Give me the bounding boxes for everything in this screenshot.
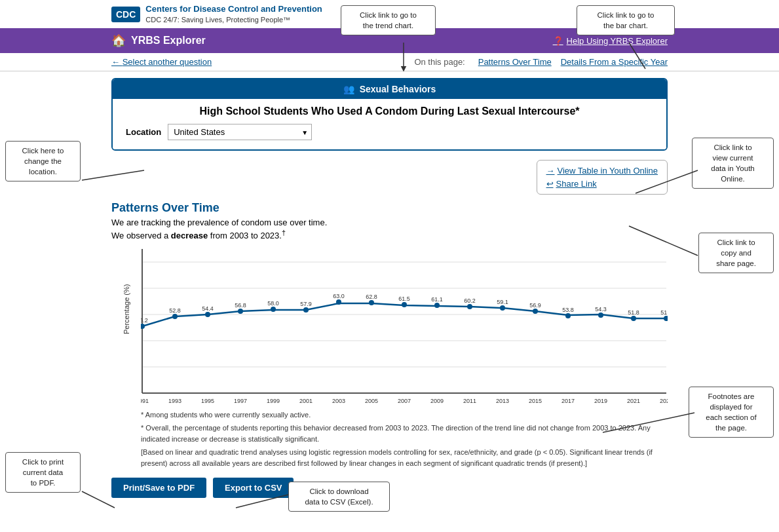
section-header: 👥 Sexual Behaviors <box>113 79 666 99</box>
data-point-2013 <box>500 305 505 311</box>
svg-text:2015: 2015 <box>529 398 542 404</box>
patterns-desc2: We observed a decrease from 2003 to 2023… <box>111 229 668 240</box>
svg-text:2007: 2007 <box>398 398 411 404</box>
line-chart: 100 80 60 40 20 0 46.2 <box>141 249 668 406</box>
svg-text:2023: 2023 <box>660 398 668 404</box>
svg-text:2009: 2009 <box>430 398 444 404</box>
footnote-3: [Based on linear and quadratic trend ana… <box>141 447 668 468</box>
svg-text:60.2: 60.2 <box>464 297 476 304</box>
section-body: High School Students Who Used A Condom D… <box>113 99 666 149</box>
svg-text:2001: 2001 <box>299 398 313 404</box>
data-point-2011 <box>467 304 472 309</box>
data-point-2009 <box>434 303 440 308</box>
svg-text:1999: 1999 <box>267 398 280 404</box>
svg-text:2013: 2013 <box>496 398 509 404</box>
details-year-link[interactable]: Details From a Specific Year <box>561 57 668 67</box>
svg-text:2021: 2021 <box>627 398 640 404</box>
data-point-2003 <box>336 299 341 305</box>
data-point-2021 <box>631 316 636 321</box>
location-select-wrapper[interactable]: United States <box>168 124 312 140</box>
annotation-bar-chart: Click link to go tothe bar chart. <box>577 5 675 35</box>
svg-text:54.3: 54.3 <box>595 306 607 313</box>
data-point-1997 <box>238 309 243 314</box>
svg-text:61.5: 61.5 <box>398 295 410 302</box>
action-links-box: View Table in Youth Online Share Link <box>537 160 668 195</box>
patterns-section: Patterns Over Time We are tracking the p… <box>111 201 668 240</box>
people-icon: 👥 <box>343 84 354 94</box>
footnote-1: * Among students who were currently sexu… <box>141 409 668 421</box>
share-link[interactable]: Share Link <box>546 179 658 189</box>
svg-text:56.8: 56.8 <box>235 302 246 309</box>
svg-text:46.2: 46.2 <box>141 317 148 324</box>
data-point-1993 <box>172 314 178 319</box>
svg-text:59.1: 59.1 <box>497 299 508 305</box>
svg-text:1995: 1995 <box>201 398 214 404</box>
page-nav: Select another question On this page: Pa… <box>0 53 779 71</box>
svg-text:1997: 1997 <box>234 398 247 404</box>
data-point-1991 <box>141 324 145 329</box>
svg-text:62.8: 62.8 <box>366 294 377 300</box>
data-point-2001 <box>303 307 309 313</box>
svg-text:61.1: 61.1 <box>431 296 443 303</box>
decrease-word: decrease <box>171 231 208 241</box>
patterns-title: Patterns Over Time <box>111 201 668 215</box>
question-title: High School Students Who Used A Condom D… <box>126 105 653 117</box>
chart-container: Percentage (%) 100 <box>111 249 668 469</box>
svg-text:2017: 2017 <box>561 398 575 404</box>
annotation-trend-chart: Click link to go tothe trend chart. <box>341 5 436 35</box>
view-table-link[interactable]: View Table in Youth Online <box>546 166 658 176</box>
data-point-2019 <box>598 313 603 318</box>
y-axis-label: Percentage (%) <box>123 308 130 334</box>
annotation-download-csv: Click to downloaddata to CSV (Excel). <box>288 482 390 512</box>
data-point-2015 <box>533 309 538 314</box>
main-content: 👥 Sexual Behaviors High School Students … <box>0 71 779 504</box>
data-point-1995 <box>205 312 210 317</box>
svg-text:1991: 1991 <box>141 398 149 404</box>
on-this-page-label: On this page: <box>414 57 465 67</box>
back-link[interactable]: Select another question <box>111 57 212 67</box>
svg-text:56.9: 56.9 <box>529 302 541 309</box>
footnote-2: * Overall, the percentage of students re… <box>141 423 668 444</box>
location-label: Location <box>126 127 161 137</box>
section-box: 👥 Sexual Behaviors High School Students … <box>111 78 668 151</box>
data-point-2017 <box>565 313 571 318</box>
print-pdf-button[interactable]: Print/Save to PDF <box>111 478 206 498</box>
patterns-over-time-link[interactable]: Patterns Over Time <box>478 57 552 67</box>
location-row: Location United States <box>126 124 653 140</box>
svg-text:1993: 1993 <box>168 398 181 404</box>
cdc-logo-box: CDC <box>111 7 140 22</box>
location-select[interactable]: United States <box>168 124 312 140</box>
home-icon: 🏠 <box>111 33 126 48</box>
annotation-footnotes: Footnotes aredisplayed foreach section o… <box>689 387 774 438</box>
data-point-1999 <box>271 307 276 312</box>
patterns-desc1: We are tracking the prevalence of condom… <box>111 218 668 227</box>
cdc-logo-text: Centers for Disease Control and Preventi… <box>145 4 322 24</box>
help-icon: ❓ <box>553 36 563 46</box>
svg-text:63.0: 63.0 <box>333 293 345 299</box>
svg-text:2003: 2003 <box>332 398 345 404</box>
svg-text:53.8: 53.8 <box>562 307 574 313</box>
app-title: 🏠 YRBS Explorer <box>111 33 206 48</box>
svg-text:51.8: 51.8 <box>628 309 639 316</box>
annotation-print-pdf: Click to printcurrent datato PDF. <box>5 452 81 493</box>
cdc-logo: CDC Centers for Disease Control and Prev… <box>111 4 322 24</box>
svg-text:54.4: 54.4 <box>202 305 214 312</box>
svg-text:51.9: 51.9 <box>660 309 668 316</box>
export-csv-button[interactable]: Export to CSV <box>213 478 294 498</box>
help-link[interactable]: ❓ Help Using YRBS Explorer <box>553 36 668 46</box>
footnotes: * Among students who were currently sexu… <box>141 409 668 469</box>
svg-text:58.0: 58.0 <box>267 300 279 307</box>
on-this-page-nav: On this page: Patterns Over Time Details… <box>414 57 668 67</box>
data-point-2023 <box>664 316 668 321</box>
annotation-change-location: Click here tochange thelocation. <box>5 141 81 181</box>
svg-text:2011: 2011 <box>463 398 476 404</box>
svg-text:2005: 2005 <box>365 398 378 404</box>
data-point-2007 <box>402 302 407 307</box>
svg-text:57.9: 57.9 <box>300 301 312 307</box>
svg-text:52.8: 52.8 <box>169 307 181 314</box>
annotation-copy-share: Click link tocopy andshare page. <box>698 233 774 273</box>
annotation-view-youth-online: Click link toview currentdata in YouthOn… <box>692 138 774 189</box>
svg-text:2019: 2019 <box>594 398 607 404</box>
data-point-2005 <box>369 300 374 305</box>
